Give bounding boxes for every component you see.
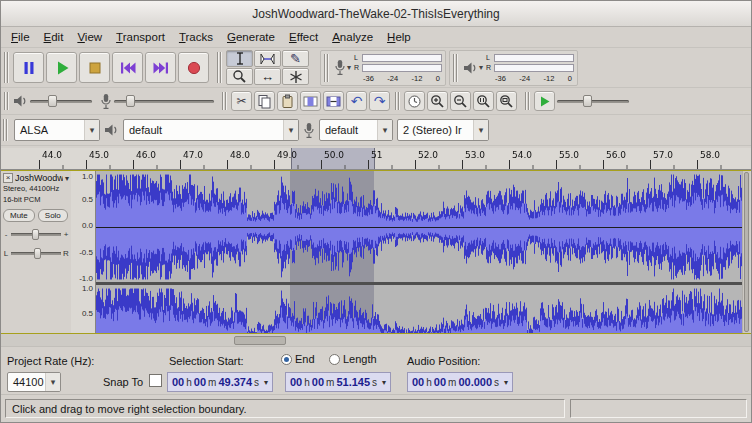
toolbar-grip[interactable] — [324, 54, 329, 82]
time-spinner-icon[interactable]: ▾ — [264, 378, 268, 387]
silence-button[interactable] — [323, 91, 344, 111]
transcription-toolbar — [524, 89, 633, 113]
selection-tool-button[interactable] — [226, 50, 253, 67]
channels-select[interactable]: 2 (Stereo) Ir ▾ — [397, 119, 489, 141]
redo-button[interactable]: ↷ — [369, 91, 390, 111]
track-area: × JoshWoodwa ▾ Stereo, 44100Hz 16-bit PC… — [1, 171, 751, 334]
toolbar-grip[interactable] — [222, 92, 227, 110]
time-spinner-icon[interactable]: ▾ — [504, 378, 508, 387]
selection-end-time[interactable]: 00h 00m 51.145s ▾ — [285, 372, 391, 392]
track-name[interactable]: JoshWoodwa — [15, 173, 63, 183]
snap-to-checkbox[interactable] — [149, 374, 162, 387]
gain-slider[interactable]: - + — [3, 228, 69, 241]
copy-button[interactable] — [254, 91, 275, 111]
menubar: File Edit View Transport Tracks Generate… — [1, 27, 751, 48]
toolbar-grip[interactable] — [3, 119, 8, 141]
skip-end-button[interactable] — [145, 52, 176, 83]
menu-analyze[interactable]: Analyze — [325, 29, 380, 45]
audio-position-time[interactable]: 00h 00m 00.000s ▾ — [407, 372, 513, 392]
end-radio[interactable]: End — [281, 353, 315, 365]
stop-button[interactable] — [79, 52, 110, 83]
draw-tool-button[interactable]: ✎ — [282, 50, 309, 67]
pan-slider[interactable]: L R — [3, 247, 69, 260]
playback-device-select[interactable]: default ▾ — [123, 119, 299, 141]
menu-transport[interactable]: Transport — [109, 29, 172, 45]
track-control-panel[interactable]: × JoshWoodwa ▾ Stereo, 44100Hz 16-bit PC… — [1, 171, 71, 333]
recording-volume-slider[interactable] — [114, 94, 214, 108]
playback-meter[interactable]: ▾ L R -36-24-120 — [449, 50, 578, 86]
play-icon — [53, 59, 71, 77]
v-scrollbar[interactable] — [742, 171, 750, 333]
paste-button[interactable] — [277, 91, 298, 111]
h-scrollbar[interactable] — [1, 334, 751, 347]
v-scrollbar-thumb[interactable] — [744, 172, 749, 332]
menu-tracks[interactable]: Tracks — [172, 29, 220, 45]
cut-button[interactable]: ✂ — [231, 91, 252, 111]
toolbar-grip[interactable] — [4, 92, 9, 110]
envelope-icon — [260, 52, 275, 66]
playback-volume-slider[interactable] — [30, 94, 92, 108]
zoom-selection-button[interactable] — [473, 91, 494, 111]
toolbar-grip[interactable] — [395, 92, 400, 110]
menu-view[interactable]: View — [70, 29, 109, 45]
time-spinner-icon[interactable]: ▾ — [382, 378, 386, 387]
project-rate-select[interactable]: 44100 ▾ — [7, 372, 61, 392]
menu-file[interactable]: File — [4, 29, 37, 45]
amplitude-ruler[interactable]: 1.0 0.5 0.0 -0.5 -1.0 1.0 0.5 — [71, 171, 96, 333]
selection-toolbar: Project Rate (Hz): Selection Start: End … — [1, 347, 751, 395]
cut-icon: ✂ — [236, 94, 246, 108]
pause-button[interactable] — [13, 52, 44, 83]
speaker-icon — [463, 61, 478, 75]
timeline-ruler[interactable] — [1, 148, 751, 170]
track-close-button[interactable]: × — [3, 173, 13, 183]
play-speed-slider[interactable] — [557, 94, 629, 108]
waveform-canvas[interactable] — [96, 171, 742, 333]
selection-start-time[interactable]: 00h 00m 49.374s ▾ — [167, 372, 273, 392]
meter-dropdown-icon[interactable]: ▾ — [347, 63, 351, 72]
zoom-in-button[interactable] — [427, 91, 448, 111]
skip-start-button[interactable] — [112, 52, 143, 83]
track-menu-arrow-icon[interactable]: ▾ — [65, 174, 69, 183]
toolbar-grip[interactable] — [4, 52, 9, 83]
host-select[interactable]: ALSA ▾ — [14, 119, 100, 141]
meter-scale: -36-24-120 — [354, 73, 442, 83]
toolbar-grip[interactable] — [453, 54, 458, 82]
timeshift-tool-button[interactable]: ↔ — [254, 68, 281, 85]
sync-lock-button[interactable] — [404, 91, 425, 111]
envelope-tool-button[interactable] — [254, 50, 281, 67]
status-extra — [570, 399, 747, 418]
titlebar[interactable]: JoshWoodward-TheWake-02-ThisIsEverything — [1, 1, 751, 27]
mute-button[interactable]: Mute — [3, 209, 35, 222]
tools-toolbar: ✎ ↔ — [216, 49, 317, 86]
toolbar-row-1: ✎ ↔ ▾ L R -36-24-120 — [1, 48, 751, 88]
menu-edit[interactable]: Edit — [37, 29, 71, 45]
length-radio[interactable]: Length — [329, 353, 377, 365]
h-scrollbar-thumb[interactable] — [234, 336, 286, 345]
multi-tool-button[interactable] — [282, 68, 309, 85]
chevron-down-icon: ▾ — [84, 120, 99, 140]
zoom-tool-button[interactable] — [226, 68, 253, 85]
trim-button[interactable] — [300, 91, 321, 111]
meter-bar-right — [362, 64, 442, 72]
meter-scale: -36-24-120 — [486, 73, 574, 83]
stop-icon — [86, 59, 104, 77]
play-button[interactable] — [46, 52, 77, 83]
audio-position-label: Audio Position: — [407, 355, 480, 367]
recording-meter[interactable]: ▾ L R -36-24-120 — [320, 50, 446, 86]
zoom-fit-button[interactable] — [496, 91, 517, 111]
undo-button[interactable]: ↶ — [346, 91, 367, 111]
menu-effect[interactable]: Effect — [282, 29, 325, 45]
record-button[interactable] — [178, 52, 209, 83]
menu-help[interactable]: Help — [380, 29, 418, 45]
chevron-down-icon: ▾ — [377, 120, 392, 140]
menu-generate[interactable]: Generate — [220, 29, 282, 45]
meter-dropdown-icon[interactable]: ▾ — [479, 63, 483, 72]
track-bitdepth: 16-bit PCM — [3, 196, 69, 205]
toolbar-grip[interactable] — [525, 92, 530, 110]
toolbar-grip[interactable] — [217, 52, 222, 83]
zoom-out-button[interactable] — [450, 91, 471, 111]
solo-button[interactable]: Solo — [38, 209, 68, 222]
track-format: Stereo, 44100Hz — [3, 185, 69, 194]
play-at-speed-button[interactable] — [534, 91, 555, 111]
recording-device-select[interactable]: default ▾ — [319, 119, 393, 141]
